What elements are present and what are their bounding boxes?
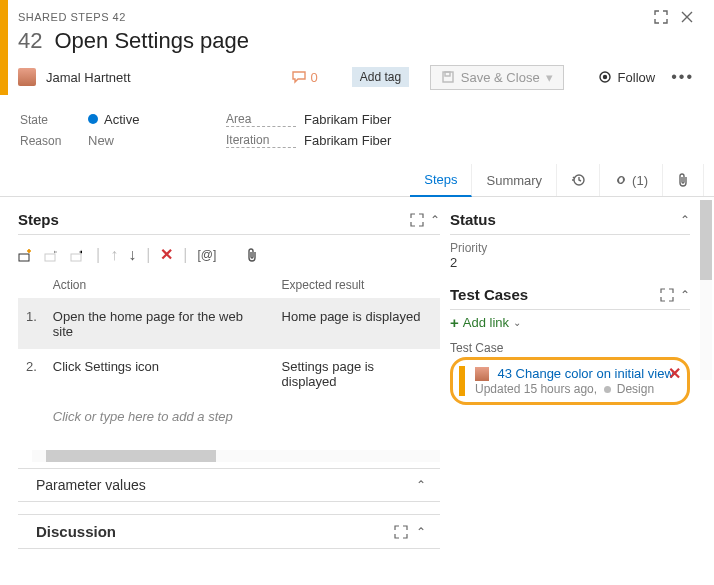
priority-label: Priority bbox=[450, 241, 690, 255]
save-close-button: Save & Close ▾ bbox=[430, 65, 564, 90]
tab-links[interactable]: (1) bbox=[600, 164, 663, 196]
add-step-placeholder[interactable]: Click or type here to add a step bbox=[18, 399, 440, 434]
svg-point-3 bbox=[603, 76, 606, 79]
collapse-icon[interactable]: ⌃ bbox=[416, 525, 426, 539]
fullscreen-icon[interactable] bbox=[648, 6, 674, 28]
collapse-icon[interactable]: ⌃ bbox=[680, 288, 690, 302]
area-label: Area bbox=[226, 112, 296, 127]
col-action: Action bbox=[45, 272, 274, 299]
priority-value[interactable]: 2 bbox=[450, 255, 690, 270]
insert-shared-icon bbox=[44, 248, 60, 262]
reason-label: Reason bbox=[20, 134, 80, 148]
svg-rect-6 bbox=[45, 254, 55, 261]
remove-link-icon[interactable]: ✕ bbox=[668, 364, 681, 383]
reason-value[interactable]: New bbox=[88, 133, 218, 148]
insert-step-icon[interactable] bbox=[18, 248, 34, 262]
params-icon[interactable]: [@] bbox=[197, 248, 216, 262]
add-tag-button[interactable]: Add tag bbox=[352, 67, 409, 87]
follow-button[interactable]: Follow bbox=[598, 70, 656, 85]
status-heading: Status bbox=[450, 211, 680, 228]
work-item-title[interactable]: Open Settings page bbox=[54, 28, 248, 54]
move-down-icon[interactable]: ↓ bbox=[128, 246, 136, 264]
tab-steps[interactable]: Steps bbox=[410, 164, 472, 197]
more-actions-icon[interactable]: ••• bbox=[665, 64, 700, 90]
attach-icon[interactable] bbox=[246, 248, 258, 262]
iteration-label: Iteration bbox=[226, 133, 296, 148]
tab-summary[interactable]: Summary bbox=[472, 164, 557, 196]
linked-item-link[interactable]: 43 Change color on initial view bbox=[497, 366, 673, 381]
svg-rect-5 bbox=[19, 254, 29, 261]
tab-attachments[interactable] bbox=[663, 164, 704, 196]
expand-icon[interactable] bbox=[660, 288, 674, 302]
tab-history[interactable] bbox=[557, 164, 600, 196]
col-expected: Expected result bbox=[274, 272, 440, 299]
state-label: State bbox=[20, 113, 80, 127]
assigned-to[interactable]: Jamal Hartnett bbox=[46, 70, 131, 85]
test-case-card[interactable]: ✕ 43 Change color on initial view Update… bbox=[450, 357, 690, 405]
discussion-heading: Discussion bbox=[36, 523, 394, 540]
horizontal-scrollbar[interactable] bbox=[18, 450, 440, 464]
iteration-value[interactable]: Fabrikam Fiber bbox=[304, 133, 504, 148]
svg-rect-7 bbox=[71, 254, 81, 261]
vertical-scrollbar[interactable] bbox=[700, 200, 712, 380]
expand-icon[interactable] bbox=[410, 213, 424, 227]
parameter-values-heading: Parameter values bbox=[36, 477, 416, 493]
work-item-id: 42 bbox=[18, 28, 42, 54]
delete-step-icon[interactable]: ✕ bbox=[160, 245, 173, 264]
avatar bbox=[475, 367, 489, 381]
collapse-icon[interactable]: ⌃ bbox=[430, 213, 440, 227]
test-case-label: Test Case bbox=[450, 341, 690, 355]
steps-heading: Steps bbox=[18, 211, 410, 228]
collapse-icon[interactable]: ⌃ bbox=[416, 478, 426, 492]
expand-icon[interactable] bbox=[394, 525, 408, 539]
table-row[interactable]: 2. Click Settings icon Settings page is … bbox=[18, 349, 440, 399]
state-value[interactable]: Active bbox=[88, 112, 218, 127]
add-link-button[interactable]: + Add link ⌄ bbox=[450, 310, 521, 335]
area-value[interactable]: Fabrikam Fiber bbox=[304, 112, 504, 127]
create-shared-icon bbox=[70, 248, 86, 262]
avatar bbox=[18, 68, 36, 86]
discussion-count[interactable]: 0 bbox=[291, 70, 318, 85]
table-row[interactable]: 1. Open the home page for the web site H… bbox=[18, 299, 440, 350]
svg-rect-1 bbox=[445, 72, 450, 76]
close-icon[interactable] bbox=[674, 6, 700, 28]
move-up-icon: ↑ bbox=[110, 246, 118, 264]
collapse-icon[interactable]: ⌃ bbox=[680, 213, 690, 227]
test-cases-heading: Test Cases bbox=[450, 286, 660, 303]
work-item-type-label: SHARED STEPS 42 bbox=[18, 11, 126, 23]
